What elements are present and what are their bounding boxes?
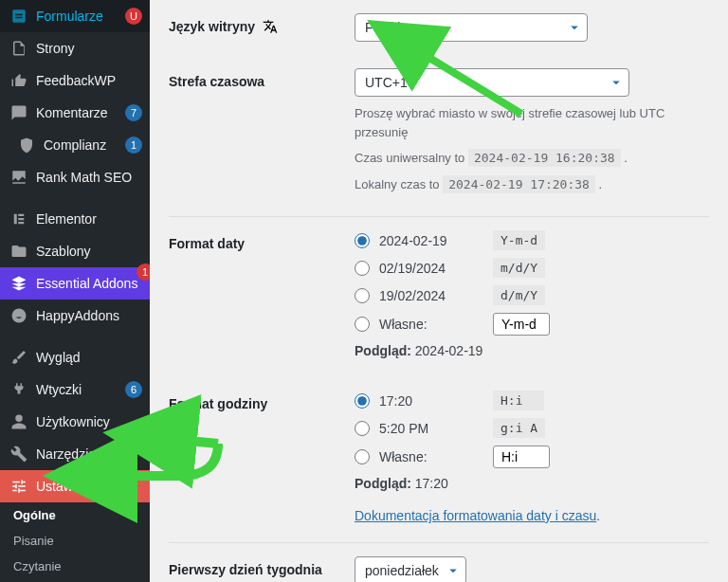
brush-icon [9,348,28,367]
admin-sidebar: Formularze U Strony FeedbackWP Komentarz… [0,0,150,582]
option-label: 19/02/2024 [379,288,483,303]
menu-item-feedbackwp[interactable]: FeedbackWP [0,64,150,97]
first-day-select[interactable]: poniedziałek [355,556,466,582]
field-time-format: Format godziny 17:20 H:i 5:20 PM g:i A W… [169,372,709,537]
label-timezone: Strefa czasowa [169,68,355,193]
menu-item-narzędzia[interactable]: Narzędzia [0,438,150,470]
option-code: H:i [493,391,544,410]
option-label: 17:20 [379,393,483,409]
option-code: g:i A [493,418,545,438]
label-time-format: Format godziny [169,391,355,523]
menu-item-essential-addons[interactable]: Essential Addons 1 [0,267,150,300]
menu-item-formularze[interactable]: Formularze U [0,0,150,32]
field-first-day: Pierwszy dzień tygodnia poniedziałek [169,542,709,582]
submenu-item-ogólne[interactable]: Ogólne [0,502,150,528]
menu-label: Strony [36,41,142,56]
menu-label: Essential Addons [36,276,142,291]
translate-icon [263,19,278,37]
date_format-preview: Podgląd: 2024-02-19 [355,343,709,358]
radio-input[interactable] [355,317,370,332]
timezone-desc: Proszę wybrać miasto w swojej strefie cz… [355,104,709,141]
menu-item-komentarze[interactable]: Komentarze 7 [0,97,150,129]
menu-item-ustawienia[interactable]: Ustawienia [0,470,150,502]
date_format-custom[interactable]: Własne: [355,313,709,336]
menu-item-użytkownicy[interactable]: Użytkownicy [0,406,150,438]
form-icon [9,7,28,26]
menu-item-wtyczki[interactable]: Wtyczki 6 [0,373,150,406]
radio-input[interactable] [355,449,370,464]
menu-label: Komentarze [36,105,125,120]
menu-label: FeedbackWP [36,73,142,88]
menu-item-happyaddons[interactable]: HappyAddons [0,300,150,332]
menu-label: Wygląd [36,350,142,365]
chart-icon [9,168,28,187]
option-code: m/d/Y [493,258,545,278]
update-badge: 6 [125,381,142,398]
timezone-select[interactable]: UTC+1 [355,68,629,97]
option-label: 02/19/2024 [379,261,483,276]
time_format-custom[interactable]: Własne: [355,446,709,468]
radio-input[interactable] [355,233,370,248]
option-label: 5:20 PM [379,421,483,436]
menu-item-szablony[interactable]: Szablony [0,235,150,267]
utc-time: Czas uniwersalny to 2024-02-19 16:20:38 … [355,149,709,168]
chat-icon [9,103,28,122]
menu-label: Narzędzia [36,446,142,462]
submenu-item-czytanie[interactable]: Czytanie [0,554,150,579]
date_format-option[interactable]: 19/02/2024 d/m/Y [355,285,709,305]
update-badge: 7 [125,104,142,121]
users-icon [9,412,28,431]
radio-input[interactable] [355,288,370,303]
radio-input[interactable] [355,261,370,276]
time_format-option[interactable]: 5:20 PM g:i A [355,418,709,438]
menu-label: HappyAddons [36,308,142,323]
menu-item-strony[interactable]: Strony [0,32,150,64]
date_format-option[interactable]: 02/19/2024 m/d/Y [355,258,709,278]
menu-label: Ustawienia [36,479,142,494]
menu-label: Rank Math SEO [36,170,142,185]
time_format-option[interactable]: 17:20 H:i [355,391,709,410]
option-code: Y-m-d [493,230,545,250]
custom-format-input[interactable] [493,446,550,468]
sliders-icon [9,477,28,496]
update-badge: 1 [125,136,142,154]
pages-icon [9,39,28,58]
menu-item-elementor[interactable]: Elementor [0,203,150,235]
radio-input[interactable] [355,393,370,409]
menu-label: Wtyczki [36,382,125,397]
label-first-day: Pierwszy dzień tygodnia [169,556,355,582]
svg-point-0 [12,309,27,323]
submenu-item-pisanie[interactable]: Pisanie [0,528,150,554]
settings-content: Język witryny Polski Strefa czasowa UTC+… [150,0,728,582]
menu-label: Complianz [44,137,125,153]
folder-icon [9,242,28,261]
label-date-format: Format daty [169,230,355,358]
custom-label: Własne: [379,317,483,332]
menu-label: Szablony [36,244,142,259]
elementor-icon [9,209,28,228]
local-time: Lokalny czas to 2024-02-19 17:20:38 . [355,175,709,194]
menu-item-rank-math-seo[interactable]: Rank Math SEO [0,161,150,193]
happy-icon [9,306,28,325]
plugin-icon [9,380,28,399]
ea-icon [9,274,28,293]
option-label: 2024-02-19 [379,233,483,248]
datetime-doc-link[interactable]: Dokumentacja formatowania daty i czasu [355,508,596,523]
custom-label: Własne: [379,449,483,464]
corner-badge: 1 [136,264,150,281]
shield-icon [17,136,36,155]
menu-label: Użytkownicy [36,414,142,429]
option-code: d/m/Y [493,285,545,305]
field-date-format: Format daty 2024-02-19 Y-m-d 02/19/2024 … [169,216,709,372]
menu-label: Formularze [36,9,125,24]
language-select[interactable]: Polski [355,13,588,42]
field-timezone: Strefa czasowa UTC+1 Proszę wybrać miast… [169,55,709,207]
custom-format-input[interactable] [493,313,550,336]
field-language: Język witryny Polski [169,0,709,55]
menu-item-wygląd[interactable]: Wygląd [0,341,150,373]
menu-item-complianz[interactable]: Complianz 1 [0,129,150,161]
badge: U [125,8,142,25]
date_format-option[interactable]: 2024-02-19 Y-m-d [355,230,709,250]
radio-input[interactable] [355,421,370,436]
label-language: Język witryny [169,13,355,42]
